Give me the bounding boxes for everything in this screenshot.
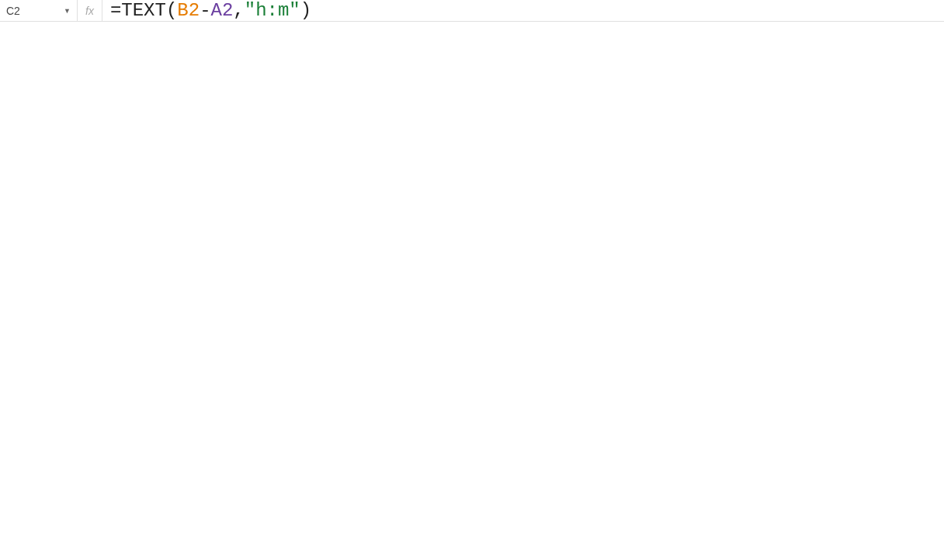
formula-comma: , xyxy=(233,0,244,21)
formula-fn: =TEXT xyxy=(110,0,166,21)
formula-bar: C2 ▼ fx =TEXT(B2-A2,"h:m") xyxy=(0,0,944,22)
name-box[interactable]: C2 ▼ xyxy=(0,0,78,21)
formula-open-paren: ( xyxy=(166,0,177,21)
formula-ref-b2: B2 xyxy=(177,0,200,21)
formula-close-paren: ) xyxy=(300,0,311,21)
fx-icon: fx xyxy=(78,0,102,21)
formula-string: "h:m" xyxy=(245,0,300,21)
formula-minus: - xyxy=(200,0,210,21)
formula-ref-a2: A2 xyxy=(211,0,234,21)
dropdown-icon[interactable]: ▼ xyxy=(64,7,71,15)
formula-input[interactable]: =TEXT(B2-A2,"h:m") xyxy=(102,0,944,21)
name-box-value: C2 xyxy=(6,5,20,17)
